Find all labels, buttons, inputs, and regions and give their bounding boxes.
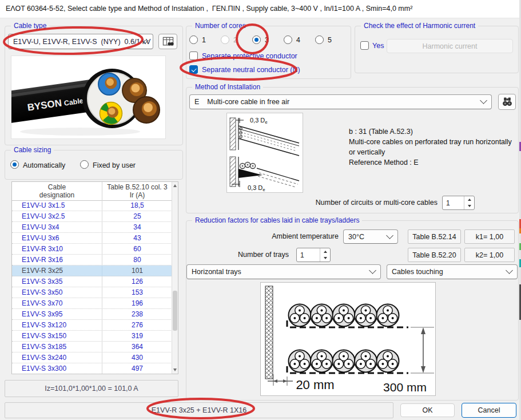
spin-down-icon[interactable] <box>464 203 474 210</box>
method-desc-line3: or vertically <box>349 147 518 157</box>
table-row[interactable]: E1VV-S 3x240430 <box>12 352 172 363</box>
cable-table-header: Cable designation Table B.52.10 col. 3 I… <box>12 182 178 201</box>
cable-type-group-label: Cable type <box>11 22 49 30</box>
cable-table: Cable designation Table B.52.10 col. 3 I… <box>11 181 178 374</box>
ok-button[interactable]: OK <box>400 403 455 417</box>
spin-up-icon[interactable] <box>320 248 330 255</box>
de-bottom-label: 0,3 D <box>248 184 263 191</box>
sizing-automatically-label[interactable]: Automatically <box>23 161 65 169</box>
method-desc-line2: Multi-core cables on perforated tray run… <box>349 137 518 147</box>
table-row[interactable]: E1VV-S 3x300497 <box>12 363 172 374</box>
separate-protective-checkbox[interactable] <box>189 51 198 60</box>
cell-designation: E1VV-S 3x70 <box>12 298 102 308</box>
cables-touching-value: Cables touching <box>392 268 443 276</box>
harmonic-yes-checkbox[interactable] <box>360 41 369 50</box>
tray-arrangement-illustration: 20 mm 300 mm <box>261 283 435 395</box>
cell-ir: 18,5 <box>102 200 172 211</box>
cores-radio-label-3[interactable]: 3 <box>265 36 269 44</box>
cores-radio-4[interactable] <box>284 35 292 44</box>
table-row[interactable]: E1VV-U 3x434 <box>12 222 172 233</box>
scroll-up-icon[interactable] <box>173 184 177 187</box>
chevron-down-icon <box>480 97 487 104</box>
cable-table-search-button[interactable] <box>158 34 177 49</box>
cable-table-body: E1VV-U 3x1.518,5E1VV-U 3x2.525E1VV-U 3x4… <box>12 200 172 374</box>
sizing-automatically-radio[interactable] <box>10 160 19 169</box>
table-scrollbar[interactable] <box>172 182 178 374</box>
column-header-designation[interactable]: Cable designation <box>12 182 102 200</box>
table-row[interactable]: E1VV-S 3x70196 <box>12 298 172 309</box>
spin-down-icon[interactable] <box>320 255 330 262</box>
cores-radio-label-1[interactable]: 1 <box>202 36 206 44</box>
cores-radio-3[interactable] <box>252 35 261 44</box>
cell-ir: 497 <box>102 363 172 374</box>
cores-radio-label-5[interactable]: 5 <box>328 36 332 44</box>
separate-neutral-label[interactable]: Separate neutral conductor (N) <box>202 66 300 74</box>
table-row[interactable]: E1VV-S 3x35126 <box>12 276 172 287</box>
cores-radio-1[interactable] <box>189 35 198 44</box>
table-row[interactable]: E1VV-S 3x50153 <box>12 287 172 298</box>
cable-photo-illustration: BYSONCable® <box>11 56 165 138</box>
table-row[interactable]: E1VV-R 3x1060 <box>12 244 172 255</box>
separate-protective-label[interactable]: Separate protective conductor <box>202 52 297 60</box>
separate-neutral-checkbox[interactable] <box>189 65 198 74</box>
number-of-cores-group-label: Number of cores <box>192 22 249 30</box>
tray-arrangement-diagram: 20 mm 300 mm <box>260 282 436 396</box>
sizing-fixed-label[interactable]: Fixed by user <box>93 161 136 169</box>
de-top-label: 0,3 D <box>250 117 265 124</box>
method-group-label: Method of Installation <box>192 83 263 91</box>
ambient-temperature-select[interactable]: 30°C <box>343 229 398 244</box>
table-row[interactable]: E1VV-S 3x95238 <box>12 309 172 320</box>
method-search-button[interactable] <box>498 94 516 110</box>
table-row[interactable]: E1VV-R 3x25101 <box>12 266 172 276</box>
installation-method-diagram: 0,3 De 0,3 De <box>226 113 303 193</box>
spin-up-icon[interactable] <box>464 196 474 203</box>
table-row[interactable]: E1VV-U 3x2.525 <box>12 211 172 222</box>
scrollbar-thumb[interactable] <box>173 291 177 331</box>
cores-radio-5[interactable] <box>315 35 324 44</box>
table-b5220-button[interactable]: Table B.52.20 <box>408 248 461 262</box>
cell-designation: E1VV-U 3x4 <box>12 222 102 232</box>
table-row[interactable]: E1VV-S 3x150319 <box>12 331 172 342</box>
tray-orientation-value: Horizontal trays <box>192 268 241 276</box>
table-row[interactable]: E1VV-S 3x120276 <box>12 320 172 331</box>
cores-radio-label-2: 2 <box>233 36 237 44</box>
harmonic-placeholder: Harmonic current <box>423 42 478 50</box>
circuits-spinner[interactable]: 1 <box>442 196 475 210</box>
sizing-fixed-radio[interactable] <box>80 160 89 169</box>
chevron-down-icon <box>369 267 376 274</box>
cell-designation: E1VV-S 3x95 <box>12 309 102 319</box>
cell-ir: 364 <box>102 342 172 352</box>
harmonic-current-input[interactable]: Harmonic current <box>387 39 513 53</box>
tray-orientation-select[interactable]: Horizontal trays <box>186 264 381 279</box>
cell-ir: 238 <box>102 309 172 319</box>
table-b5214-button[interactable]: Table B.52.14 <box>408 229 461 244</box>
cell-designation: E1VV-S 3x35 <box>12 276 102 287</box>
table-row[interactable]: E1VV-U 3x643 <box>12 233 172 244</box>
cable-type-select[interactable]: E1VV-U, E1VV-R, E1VV-S (NYY) 0.6/1 kV <box>8 34 153 49</box>
dialog-title: ΕΛΟΤ 60364-5-52, Select cable type and M… <box>6 0 412 18</box>
trays-spinner[interactable]: 1 <box>296 248 331 262</box>
cable-type-selected-value: E1VV-U, E1VV-R, E1VV-S (NYY) 0.6/1 kV <box>13 38 150 46</box>
scroll-down-icon[interactable] <box>173 369 177 371</box>
cell-ir: 153 <box>102 287 172 298</box>
cell-ir: 276 <box>102 320 172 330</box>
de-bottom-sub: e <box>263 187 265 192</box>
cancel-button[interactable]: Cancel <box>462 403 516 418</box>
cell-ir: 25 <box>102 211 172 221</box>
table-row[interactable]: E1VV-S 3x185364 <box>12 342 172 352</box>
trays-spin-buttons <box>320 248 330 261</box>
method-select[interactable]: E Multi-core cable in free air <box>189 94 492 109</box>
cores-radio-label-4[interactable]: 4 <box>296 36 300 44</box>
ambient-temperature-value: 30°C <box>348 233 364 241</box>
harmonic-yes-label[interactable]: Yes <box>372 42 384 50</box>
cell-designation: E1VV-S 3x300 <box>12 363 102 374</box>
cables-touching-select[interactable]: Cables touching <box>387 264 518 279</box>
table-row[interactable]: E1VV-U 3x1.518,5 <box>12 200 172 211</box>
table-row[interactable]: E1VV-R 3x1680 <box>12 255 172 266</box>
cell-designation: E1VV-R 3x25 <box>12 266 102 276</box>
tray-method-illustration: 0,3 De 0,3 De <box>227 113 303 192</box>
method-code: E <box>194 98 199 106</box>
cell-ir: 430 <box>102 352 172 363</box>
cell-designation: E1VV-S 3x50 <box>12 287 102 298</box>
column-header-ir[interactable]: Table B.52.10 col. 3 Ir (A) <box>102 182 172 200</box>
